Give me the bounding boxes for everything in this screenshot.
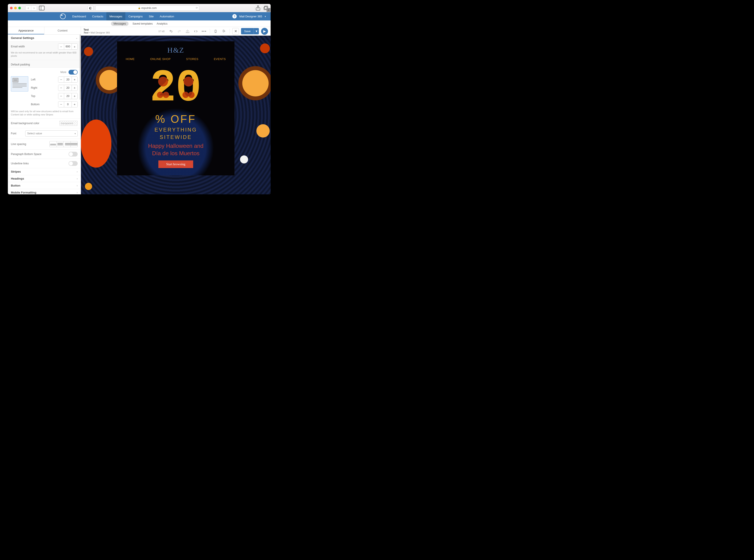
email-preview[interactable]: H&Z HOME ONLINE SHOP STORES EVENTS 20 % … — [117, 41, 234, 176]
pad-right-stepper[interactable]: −+ — [58, 85, 78, 91]
hero-20: 20 — [137, 66, 215, 114]
save-button[interactable]: Save▾ — [241, 28, 259, 34]
acc-button[interactable]: Button› — [8, 182, 81, 189]
new-tab-icon[interactable]: + — [267, 8, 270, 12]
tab-content[interactable]: Content — [44, 27, 81, 34]
mobile-preview-icon[interactable] — [213, 28, 219, 34]
help-icon[interactable]: ? — [232, 14, 237, 19]
close-window-icon[interactable] — [10, 7, 13, 9]
email-menu: HOME ONLINE SHOP STORES EVENTS — [121, 54, 230, 61]
pad-bottom-input[interactable] — [64, 101, 72, 107]
increment-button[interactable]: + — [72, 93, 77, 99]
share-icon[interactable] — [255, 6, 261, 11]
default-padding-title: Default padding — [8, 60, 81, 67]
brand-logo-icon[interactable] — [60, 14, 66, 19]
more-label: More — [60, 71, 66, 74]
increment-button[interactable]: + — [72, 44, 77, 49]
doc-subtitle: Test • Mail Designer 365 — [83, 31, 110, 34]
increment-button[interactable]: + — [72, 85, 77, 91]
bg-color-chip[interactable]: transparent — [59, 121, 78, 126]
undo-icon[interactable] — [168, 28, 174, 34]
more-toggle[interactable] — [69, 70, 78, 75]
pad-left-stepper[interactable]: −+ — [58, 77, 78, 83]
test-icon[interactable]: TEST — [185, 28, 191, 34]
acc-headings[interactable]: Headings› — [8, 175, 81, 182]
nav-site[interactable]: Site — [146, 12, 157, 20]
menu-shop[interactable]: ONLINE SHOP — [150, 57, 171, 61]
account-name[interactable]: Mail Designer 365 — [239, 15, 262, 18]
nav-dashboard[interactable]: Dashboard — [69, 12, 89, 20]
acc-mobile[interactable]: Mobile Formatting› — [8, 189, 81, 194]
safari-toolbar: ‹ › ◐ 🔒 esputnik.com ⟳ — [8, 4, 271, 12]
editor-sidebar: Appearance Content General Settings ⌄ Em… — [8, 27, 81, 194]
pad-left-label: Left — [31, 78, 56, 81]
email-width-input[interactable] — [64, 44, 72, 49]
pad-top-stepper[interactable]: −+ — [58, 93, 78, 99]
decrement-button[interactable]: − — [58, 101, 64, 107]
more-icon[interactable]: ••• — [201, 28, 207, 34]
zoom-window-icon[interactable] — [18, 7, 21, 9]
app-nav: Dashboard Contacts Messages Campaigns Si… — [8, 12, 271, 20]
acc-stripes[interactable]: Stripes› — [8, 168, 81, 175]
acc-label: Headings — [11, 177, 24, 180]
editor: Test Test • Mail Designer 365 57 kB TEST… — [81, 27, 271, 194]
sidebar-toggle-icon[interactable] — [39, 6, 45, 11]
nav-automation[interactable]: Automation — [157, 12, 177, 20]
email-logo: H&Z — [121, 46, 230, 54]
underline-links-toggle[interactable] — [69, 161, 78, 166]
chevron-right-icon: › — [77, 184, 78, 187]
align-right-icon[interactable] — [63, 141, 71, 147]
play-button[interactable]: ▶ — [261, 28, 268, 35]
align-center-icon[interactable] — [57, 141, 63, 147]
acc-label: Stripes — [11, 170, 21, 173]
align-justify-icon[interactable] — [71, 141, 77, 147]
reload-icon[interactable]: ⟳ — [196, 6, 198, 9]
address-bar[interactable]: 🔒 esputnik.com ⟳ — [95, 5, 199, 11]
tab-appearance[interactable]: Appearance — [8, 27, 44, 34]
nav-messages[interactable]: Messages — [107, 12, 125, 20]
nav-contacts[interactable]: Contacts — [89, 12, 107, 20]
back-button[interactable]: ‹ — [25, 6, 31, 11]
pad-top-input[interactable] — [64, 93, 72, 99]
email-canvas[interactable]: H&Z HOME ONLINE SHOP STORES EVENTS 20 % … — [81, 36, 271, 194]
reader-icon[interactable]: ◐ — [88, 6, 94, 11]
subnav-messages[interactable]: Messages — [111, 21, 129, 26]
increment-button[interactable]: + — [72, 101, 77, 107]
email-width-stepper[interactable]: − + — [58, 43, 78, 49]
decrement-button[interactable]: − — [58, 44, 64, 49]
pad-bottom-stepper[interactable]: −+ — [58, 101, 78, 107]
redo-icon[interactable] — [176, 28, 182, 34]
decrement-button[interactable]: − — [58, 85, 64, 91]
align-left-icon[interactable] — [50, 141, 57, 147]
acc-general-settings[interactable]: General Settings ⌄ — [8, 35, 81, 41]
svg-rect-0 — [39, 6, 44, 10]
para-bottom-toggle[interactable] — [69, 152, 78, 157]
menu-events[interactable]: EVENTS — [214, 57, 226, 61]
hero-halloween: Happy Halloween andDía de los Muertos — [121, 142, 230, 157]
cta-button[interactable]: Start browsing — [158, 160, 193, 168]
acc-label: Mobile Formatting — [11, 191, 36, 194]
increment-button[interactable]: + — [72, 77, 77, 82]
code-icon[interactable] — [193, 28, 199, 34]
decrement-button[interactable]: − — [58, 77, 64, 82]
pad-left-input[interactable] — [64, 77, 72, 82]
font-label: Font — [11, 132, 23, 135]
close-button[interactable]: ✕ — [232, 28, 239, 35]
font-select[interactable]: Select value ▾ — [25, 131, 78, 137]
menu-stores[interactable]: STORES — [186, 57, 198, 61]
nav-campaigns[interactable]: Campaigns — [125, 12, 146, 20]
decrement-button[interactable]: − — [58, 93, 64, 99]
device-rotate-icon[interactable] — [221, 28, 227, 34]
pad-right-input[interactable] — [64, 85, 72, 91]
menu-home[interactable]: HOME — [126, 57, 135, 61]
line-spacing-segment[interactable] — [50, 141, 78, 147]
chevron-down-icon[interactable]: ▾ — [265, 15, 266, 18]
subnav-saved-templates[interactable]: Saved templates — [133, 22, 153, 25]
hero-sub2: SITEWIDE — [121, 134, 230, 140]
forward-button[interactable]: › — [31, 6, 37, 11]
subnav-analytics[interactable]: Analytics — [157, 22, 168, 25]
chevron-right-icon: › — [77, 177, 78, 180]
save-dropdown[interactable]: ▾ — [254, 28, 259, 34]
minimize-window-icon[interactable] — [14, 7, 17, 9]
line-spacing-label: Line spacing — [11, 143, 47, 146]
